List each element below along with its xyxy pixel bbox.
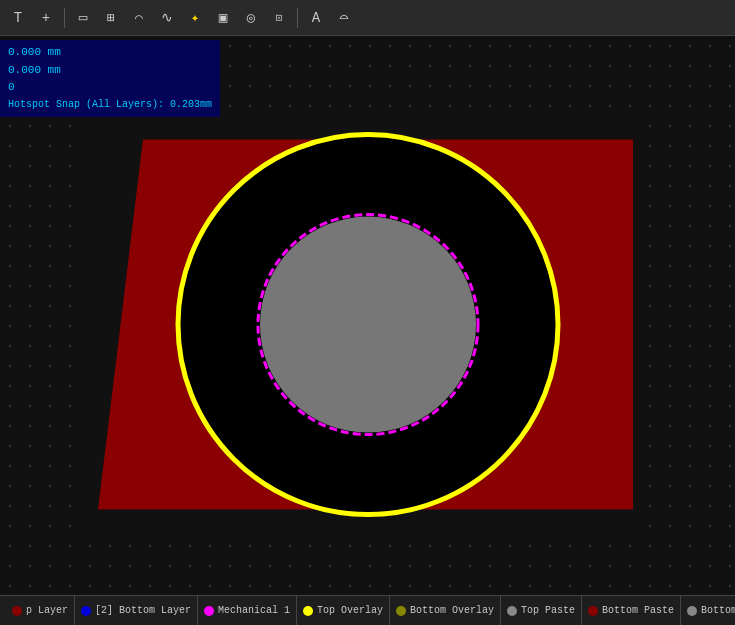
info-panel: 0.000 mm 0.000 mm 0 Hotspot Snap (All La… [0, 40, 220, 117]
extra-info: 0 [8, 79, 212, 97]
mechanical-dot [204, 606, 214, 616]
snap-info: Hotspot Snap (All Layers): 0.203mm [8, 97, 212, 113]
bottom-paste-dot [588, 606, 598, 616]
toolbar: T + ▭ ⊞ ⌒ ∿ ✦ ▣ ◎ ⊡ A ⌓ [0, 0, 735, 36]
wave-tool-icon[interactable]: ∿ [155, 6, 179, 30]
top-paste-label: Top Paste [521, 605, 575, 616]
rect-tool-icon[interactable]: ▭ [71, 6, 95, 30]
bottom-paste-label: Bottom Paste [602, 605, 674, 616]
p-layer-label: p Layer [26, 605, 68, 616]
arc-tool-icon[interactable]: ⌓ [332, 6, 356, 30]
status-bar: p Layer [2] Bottom Layer Mechanical 1 To… [0, 595, 735, 625]
bottom-solder-dot [687, 606, 697, 616]
pcb-container [88, 109, 648, 539]
bottom-layer-dot [81, 606, 91, 616]
component-tool-icon[interactable]: ⊡ [267, 6, 291, 30]
add-tool-icon[interactable]: + [34, 6, 58, 30]
status-bottom-paste[interactable]: Bottom Paste [582, 596, 681, 625]
top-overlay-label: Top Overlay [317, 605, 383, 616]
status-top-overlay[interactable]: Top Overlay [297, 596, 390, 625]
bottom-layer-label: [2] Bottom Layer [95, 605, 191, 616]
text2-tool-icon[interactable]: A [304, 6, 328, 30]
x-coord: 0.000 mm [8, 44, 212, 62]
status-bottom-layer[interactable]: [2] Bottom Layer [75, 596, 198, 625]
status-top-paste[interactable]: Top Paste [501, 596, 582, 625]
top-paste-dot [507, 606, 517, 616]
svg-point-5 [260, 216, 476, 432]
bottom-solder-label: Bottom Solder [701, 605, 735, 616]
grid-tool-icon[interactable]: ⊞ [99, 6, 123, 30]
status-p-layer[interactable]: p Layer [6, 596, 75, 625]
y-coord: 0.000 mm [8, 62, 212, 80]
status-bottom-overlay[interactable]: Bottom Overlay [390, 596, 501, 625]
top-overlay-dot [303, 606, 313, 616]
pin-tool-icon[interactable]: ✦ [183, 6, 207, 30]
canvas-area[interactable] [0, 36, 735, 595]
p-layer-dot [12, 606, 22, 616]
mechanical-label: Mechanical 1 [218, 605, 290, 616]
route-tool-icon[interactable]: ⌒ [127, 6, 151, 30]
pad-tool-icon[interactable]: ▣ [211, 6, 235, 30]
text-tool-icon[interactable]: T [6, 6, 30, 30]
toolbar-separator-1 [64, 8, 65, 28]
pcb-graphic [88, 109, 648, 539]
toolbar-separator-2 [297, 8, 298, 28]
via-tool-icon[interactable]: ◎ [239, 6, 263, 30]
status-mechanical[interactable]: Mechanical 1 [198, 596, 297, 625]
bottom-overlay-dot [396, 606, 406, 616]
status-bottom-solder[interactable]: Bottom Solder [681, 596, 735, 625]
bottom-overlay-label: Bottom Overlay [410, 605, 494, 616]
